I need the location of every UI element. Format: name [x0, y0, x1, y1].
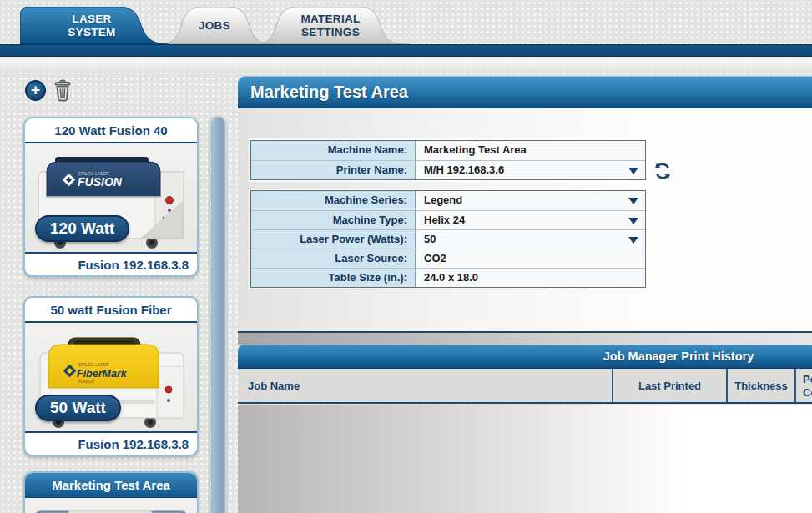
form-row-machine-series: Machine Series: Legend — [251, 191, 645, 210]
wattage-badge: 50 Watt — [35, 395, 121, 421]
plus-icon: + — [31, 81, 40, 98]
chevron-down-icon[interactable] — [628, 218, 638, 224]
chevron-down-icon[interactable] — [628, 198, 638, 204]
form-row-machine-type: Machine Type: Helix 24 — [251, 210, 645, 229]
column-header-job-name: Job Name — [238, 369, 612, 402]
sidebar-scrollbar-thumb[interactable] — [211, 117, 225, 513]
top-blue-bar — [0, 44, 812, 57]
machine-series-dropdown[interactable]: Legend — [416, 191, 645, 210]
print-history-header: Job Manager Print History — [238, 345, 812, 368]
laser-power-dropdown[interactable]: 50 — [416, 230, 645, 249]
machine-series-label: Machine Series: — [251, 191, 416, 210]
laser-source-value: CO2 — [416, 249, 645, 268]
laser-power-label: Laser Power (Watts): — [251, 230, 416, 249]
form-row-laser-source: Laser Source: CO2 — [251, 249, 645, 268]
tab-label-line1: LASER — [33, 13, 150, 26]
printer-name-value: M/H 192.168.3.6 — [424, 163, 504, 176]
chevron-down-icon[interactable] — [628, 168, 638, 174]
tab-label-line2: SETTINGS — [282, 26, 379, 39]
column-header-thickness: Thickness — [726, 369, 794, 402]
refresh-icon — [653, 161, 673, 181]
column-header-line2: Comp — [803, 386, 812, 400]
form-row-table-size: Table Size (in.): 24.0 x 18.0 — [251, 268, 645, 287]
svg-text:FUSION: FUSION — [78, 379, 94, 384]
machine-type-dropdown[interactable]: Helix 24 — [416, 211, 645, 229]
machine-detail-header: Marketing Test Area — [238, 76, 812, 108]
tab-label-line1: MATERIAL — [282, 13, 379, 26]
machine-photo: EPILOG LASER FiberMark FUSION 50 Watt — [25, 323, 197, 431]
tab-label: MATERIAL SETTINGS — [282, 13, 379, 39]
machine-photo: EPILOG LASER FUSION 120 Watt — [25, 143, 197, 252]
tab-laser-system[interactable]: LASER SYSTEM — [20, 7, 179, 44]
column-header-line1: Power — [803, 373, 812, 386]
machine-series-value: Legend — [424, 194, 462, 206]
svg-text:EPILOG LASER: EPILOG LASER — [78, 362, 109, 367]
tab-label: LASER SYSTEM — [33, 13, 150, 39]
machine-photo — [25, 498, 197, 513]
laser-source-label: Laser Source: — [251, 249, 416, 268]
add-machine-button[interactable]: + — [25, 80, 46, 101]
job-manager-window: MATERIAL SETTINGS JOBS LASER SYSTEM — [0, 0, 812, 513]
machine-name-field[interactable]: Marketing Test Area — [416, 141, 645, 160]
machine-card-fusion-40[interactable]: 120 Watt Fusion 40 EPILOG LASER FUSION — [23, 117, 199, 277]
machine-card-title: 120 Watt Fusion 40 — [25, 118, 197, 143]
machine-type-label: Machine Type: — [251, 211, 416, 229]
specs-form: Machine Series: Legend Machine Type: Hel… — [250, 190, 646, 288]
svg-text:FiberMark: FiberMark — [77, 368, 128, 380]
machine-card-fusion-fiber[interactable]: 50 watt Fusion Fiber EPILOG LASER FiberM… — [23, 296, 199, 456]
printer-name-dropdown[interactable]: M/H 192.168.3.6 — [416, 161, 645, 179]
delete-machine-button[interactable] — [53, 79, 73, 102]
section-gap — [238, 333, 812, 345]
header-divider-band — [0, 58, 812, 73]
tab-label-line2: SYSTEM — [33, 26, 150, 39]
svg-text:FUSION: FUSION — [78, 175, 123, 189]
wattage-badge: 120 Watt — [35, 215, 129, 242]
machine-type-value: Helix 24 — [424, 214, 465, 226]
column-header-last-printed: Last Printed — [612, 369, 726, 402]
machine-address: Fusion 192.168.3.8 — [25, 252, 197, 275]
helix-machine-illustration — [25, 498, 197, 513]
table-size-label: Table Size (in.): — [251, 269, 416, 287]
column-header-power-comp: Power Comp — [794, 369, 812, 402]
machine-address: Fusion 192.168.3.8 — [25, 431, 197, 455]
form-row-machine-name: Machine Name: Marketing Test Area — [251, 141, 645, 160]
print-history-title: Job Manager Print History — [238, 345, 812, 368]
connection-form: Machine Name: Marketing Test Area Printe… — [250, 140, 646, 180]
print-history-column-row: Job Name Last Printed Thickness Power Co… — [238, 368, 812, 404]
page-title: Marketing Test Area — [238, 76, 812, 108]
chevron-down-icon[interactable] — [628, 237, 638, 244]
machine-card-marketing-test-area[interactable]: Marketing Test Area — [23, 471, 199, 513]
form-row-printer-name: Printer Name: M/H 192.168.3.6 — [251, 160, 645, 179]
refresh-printers-button[interactable] — [653, 161, 673, 181]
machine-name-label: Machine Name: — [251, 141, 416, 160]
printer-name-label: Printer Name: — [251, 161, 416, 179]
print-history-empty-body — [238, 405, 812, 513]
tab-label-line1: JOBS — [179, 19, 250, 33]
table-size-value: 24.0 x 18.0 — [416, 269, 645, 287]
machine-card-title: 50 watt Fusion Fiber — [25, 298, 197, 323]
form-row-laser-power: Laser Power (Watts): 50 — [251, 229, 645, 249]
tab-label: JOBS — [179, 19, 250, 33]
machine-card-title: Marketing Test Area — [25, 473, 197, 498]
trash-icon — [53, 79, 73, 102]
laser-power-value: 50 — [424, 233, 436, 245]
